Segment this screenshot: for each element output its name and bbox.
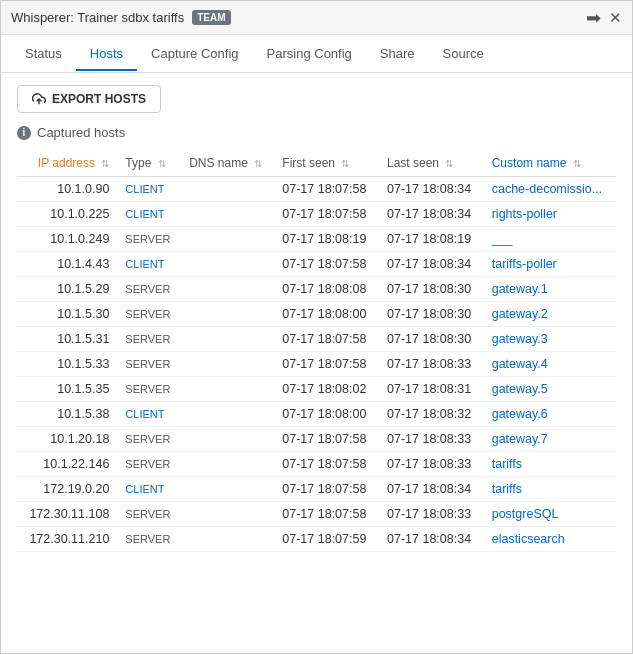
cell-dns (181, 377, 274, 402)
cell-ip: 10.1.0.225 (17, 202, 117, 227)
info-icon: i (17, 126, 31, 140)
title-bar-left: Whisperer: Trainer sdbx tariffs TEAM (11, 10, 231, 25)
cell-last-seen: 07-17 18:08:34 (379, 202, 484, 227)
cell-dns (181, 227, 274, 252)
table-row[interactable]: 10.1.5.38 CLIENT 07-17 18:08:00 07-17 18… (17, 402, 616, 427)
cell-type: SERVER (117, 377, 181, 402)
window-title: Whisperer: Trainer sdbx tariffs (11, 10, 184, 25)
table-row[interactable]: 10.1.5.30 SERVER 07-17 18:08:00 07-17 18… (17, 302, 616, 327)
sort-last-icon: ⇅ (445, 158, 453, 169)
cell-type: SERVER (117, 452, 181, 477)
table-row[interactable]: 10.1.5.35 SERVER 07-17 18:08:02 07-17 18… (17, 377, 616, 402)
cell-first-seen: 07-17 18:07:58 (274, 327, 379, 352)
cell-dns (181, 327, 274, 352)
cell-ip: 10.1.5.29 (17, 277, 117, 302)
tab-hosts[interactable]: Hosts (76, 38, 137, 71)
cell-type: CLIENT (117, 402, 181, 427)
tab-source[interactable]: Source (429, 38, 498, 71)
table-row[interactable]: 10.1.20.18 SERVER 07-17 18:07:58 07-17 1… (17, 427, 616, 452)
table-row[interactable]: 10.1.0.225 CLIENT 07-17 18:07:58 07-17 1… (17, 202, 616, 227)
cell-custom-name: gateway.5 (484, 377, 616, 402)
cell-first-seen: 07-17 18:07:58 (274, 352, 379, 377)
table-row[interactable]: 10.1.0.249 SERVER 07-17 18:08:19 07-17 1… (17, 227, 616, 252)
cell-first-seen: 07-17 18:07:58 (274, 502, 379, 527)
tab-status[interactable]: Status (11, 38, 76, 71)
cell-last-seen: 07-17 18:08:30 (379, 327, 484, 352)
title-actions: ➡ ✕ (586, 7, 622, 29)
cell-type: SERVER (117, 502, 181, 527)
cell-first-seen: 07-17 18:08:08 (274, 277, 379, 302)
cell-dns (181, 452, 274, 477)
cell-first-seen: 07-17 18:07:58 (274, 177, 379, 202)
cell-ip: 10.1.4.43 (17, 252, 117, 277)
cell-first-seen: 07-17 18:08:00 (274, 302, 379, 327)
close-icon[interactable]: ✕ (609, 9, 622, 27)
cell-dns (181, 527, 274, 552)
col-header-ip[interactable]: IP address ⇅ (17, 150, 117, 177)
cell-custom-name: cache-decomissio... (484, 177, 616, 202)
table-row[interactable]: 10.1.22.146 SERVER 07-17 18:07:58 07-17 … (17, 452, 616, 477)
cell-dns (181, 302, 274, 327)
captured-label-text: Captured hosts (37, 125, 125, 140)
table-row[interactable]: 172.19.0.20 CLIENT 07-17 18:07:58 07-17 … (17, 477, 616, 502)
cell-ip: 172.19.0.20 (17, 477, 117, 502)
export-hosts-button[interactable]: EXPORT HOSTS (17, 85, 161, 113)
cell-last-seen: 07-17 18:08:31 (379, 377, 484, 402)
table-row[interactable]: 10.1.5.29 SERVER 07-17 18:08:08 07-17 18… (17, 277, 616, 302)
col-header-type[interactable]: Type ⇅ (117, 150, 181, 177)
cell-custom-name: elasticsearch (484, 527, 616, 552)
cell-custom-name: gateway.6 (484, 402, 616, 427)
hosts-table: IP address ⇅ Type ⇅ DNS name ⇅ First see… (17, 150, 616, 552)
col-header-last-seen[interactable]: Last seen ⇅ (379, 150, 484, 177)
cell-ip: 10.1.5.31 (17, 327, 117, 352)
cell-type: SERVER (117, 527, 181, 552)
cell-ip: 10.1.20.18 (17, 427, 117, 452)
cell-last-seen: 07-17 18:08:32 (379, 402, 484, 427)
cell-dns (181, 352, 274, 377)
cell-first-seen: 07-17 18:07:58 (274, 477, 379, 502)
cell-custom-name: gateway.1 (484, 277, 616, 302)
col-header-first-seen[interactable]: First seen ⇅ (274, 150, 379, 177)
export-button-label: EXPORT HOSTS (52, 92, 146, 106)
table-row[interactable]: 10.1.0.90 CLIENT 07-17 18:07:58 07-17 18… (17, 177, 616, 202)
cell-ip: 10.1.5.38 (17, 402, 117, 427)
cell-ip: 10.1.5.35 (17, 377, 117, 402)
cell-dns (181, 477, 274, 502)
cell-first-seen: 07-17 18:07:58 (274, 202, 379, 227)
cell-dns (181, 202, 274, 227)
cell-last-seen: 07-17 18:08:33 (379, 452, 484, 477)
cell-type: SERVER (117, 227, 181, 252)
cell-last-seen: 07-17 18:08:33 (379, 502, 484, 527)
table-row[interactable]: 172.30.11.210 SERVER 07-17 18:07:59 07-1… (17, 527, 616, 552)
cell-ip: 172.30.11.108 (17, 502, 117, 527)
captured-label: i Captured hosts (17, 125, 616, 140)
cell-custom-name: tariffs-poller (484, 252, 616, 277)
pin-icon[interactable]: ➡ (586, 7, 601, 29)
table-row[interactable]: 172.30.11.108 SERVER 07-17 18:07:58 07-1… (17, 502, 616, 527)
cell-custom-name: gateway.3 (484, 327, 616, 352)
table-row[interactable]: 10.1.5.31 SERVER 07-17 18:07:58 07-17 18… (17, 327, 616, 352)
cell-last-seen: 07-17 18:08:30 (379, 277, 484, 302)
tab-parsing-config[interactable]: Parsing Config (253, 38, 366, 71)
cell-first-seen: 07-17 18:07:58 (274, 452, 379, 477)
tab-capture-config[interactable]: Capture Config (137, 38, 252, 71)
cell-last-seen: 07-17 18:08:19 (379, 227, 484, 252)
cell-type: SERVER (117, 277, 181, 302)
tab-share[interactable]: Share (366, 38, 429, 71)
cell-custom-name: gateway.7 (484, 427, 616, 452)
cell-custom-name: tariffs (484, 452, 616, 477)
cell-ip: 10.1.5.30 (17, 302, 117, 327)
tab-bar: Status Hosts Capture Config Parsing Conf… (1, 35, 632, 73)
table-row[interactable]: 10.1.5.33 SERVER 07-17 18:07:58 07-17 18… (17, 352, 616, 377)
col-header-dns[interactable]: DNS name ⇅ (181, 150, 274, 177)
col-header-custom[interactable]: Custom name ⇅ (484, 150, 616, 177)
cell-type: SERVER (117, 427, 181, 452)
hosts-table-container[interactable]: IP address ⇅ Type ⇅ DNS name ⇅ First see… (17, 150, 616, 640)
cell-first-seen: 07-17 18:08:02 (274, 377, 379, 402)
cell-type: CLIENT (117, 252, 181, 277)
table-row[interactable]: 10.1.4.43 CLIENT 07-17 18:07:58 07-17 18… (17, 252, 616, 277)
cell-type: CLIENT (117, 477, 181, 502)
content-area: EXPORT HOSTS i Captured hosts IP address… (1, 73, 632, 652)
cell-dns (181, 177, 274, 202)
sort-first-icon: ⇅ (341, 158, 349, 169)
